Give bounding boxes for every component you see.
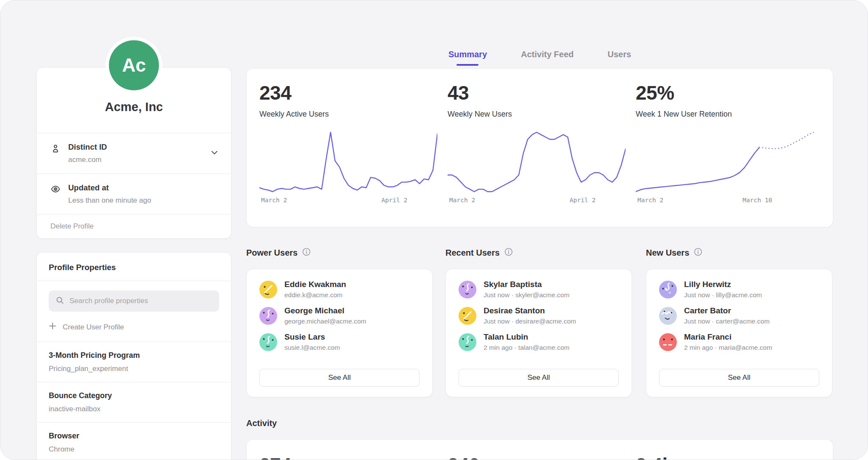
app-frame: Ac Acme, Inc Distinct ID acme.com — [0, 0, 868, 460]
property-item[interactable]: Browser Chrome — [37, 423, 231, 460]
see-all-button[interactable]: See All — [459, 369, 619, 387]
active-tab-underline — [456, 64, 479, 66]
user-row[interactable]: Eddie Kwakman eddie.k@acme.com — [259, 280, 420, 299]
activity-card: 274 240 3.4k — [246, 439, 833, 460]
power-users-header: Power Users — [246, 248, 311, 258]
property-name: Browser — [49, 432, 219, 440]
user-avatar — [459, 333, 476, 351]
user-name: Susie Lars — [284, 332, 340, 342]
user-subtext: Just now · skyler@acme.com — [484, 291, 570, 299]
recent-users-header: Recent Users — [445, 248, 513, 258]
search-input[interactable] — [70, 297, 212, 305]
updated-at-value: Less than one minute ago — [68, 196, 151, 205]
stat-label: Weekly New Users — [448, 110, 636, 119]
create-user-profile-label: Create User Profile — [63, 323, 124, 332]
user-avatar — [659, 281, 677, 298]
new-users-card: Lilly Herwitz Just now · lilly@acme.com … — [646, 269, 832, 397]
user-subtext: george.michael@acme.com — [284, 318, 366, 325]
weekly-active-users-chart — [259, 130, 437, 193]
stat-label: Week 1 New User Retention — [636, 110, 824, 119]
info-icon[interactable] — [694, 248, 702, 258]
distinct-id-value: acme.com — [68, 156, 107, 164]
user-row[interactable]: Lilly Herwitz Just now · lilly@acme.com — [659, 280, 819, 299]
user-subtext: Just now · carter@acme.com — [684, 318, 770, 325]
updated-at-row: Updated at Less than one minute ago — [37, 174, 231, 215]
profile-properties-search[interactable] — [49, 290, 219, 312]
user-row[interactable]: Talan Lubin 2 min ago · talan@acme.com — [459, 332, 619, 351]
distinct-id-row[interactable]: Distinct ID acme.com — [37, 133, 231, 174]
activity-section-title: Activity — [246, 418, 277, 428]
user-avatar — [259, 333, 277, 351]
property-value: Pricing_plan_experiment — [49, 365, 219, 373]
user-row[interactable]: Maria Franci 2 min ago · maria@acme.com — [659, 332, 819, 351]
user-name: Carter Bator — [684, 306, 770, 315]
user-row[interactable]: Carter Bator Just now · carter@acme.com — [659, 306, 819, 325]
delete-profile-button[interactable]: Delete Profile — [37, 215, 231, 238]
see-all-button[interactable]: See All — [259, 369, 420, 387]
create-user-profile-button[interactable]: Create User Profile — [49, 322, 219, 332]
stat-week1-retention: 25% Week 1 New User Retention March 2 Ma… — [636, 81, 824, 227]
user-name: Desirae Stanton — [484, 306, 576, 315]
tab-summary[interactable]: Summary — [448, 50, 487, 66]
user-name: Eddie Kwakman — [284, 280, 346, 289]
property-value: Chrome — [49, 445, 219, 454]
chart-x-axis: March 2 April 2 — [448, 197, 636, 206]
plus-icon — [49, 322, 56, 332]
activity-stat-value: 3.4k — [636, 454, 824, 460]
user-name: Maria Franci — [684, 332, 772, 342]
new-users-header: New Users — [646, 248, 702, 258]
user-row[interactable]: George Michael george.michael@acme.com — [259, 306, 420, 325]
info-icon[interactable] — [504, 248, 513, 258]
user-name: George Michael — [284, 306, 366, 315]
user-subtext: 2 min ago · maria@acme.com — [684, 344, 772, 351]
property-name: 3-Month Pricing Program — [49, 351, 219, 360]
profile-properties-title: Profile Properties — [37, 253, 231, 281]
recent-users-card: Skylar Baptista Just now · skyler@acme.c… — [445, 269, 632, 397]
company-avatar: Ac — [106, 37, 162, 94]
stat-weekly-new-users: 43 Weekly New Users March 2 April 2 — [448, 81, 636, 227]
property-name: Bounce Category — [49, 391, 219, 400]
info-icon[interactable] — [302, 248, 311, 258]
property-item[interactable]: Bounce Category inactive-mailbox — [37, 382, 231, 423]
person-icon — [50, 142, 61, 155]
activity-stat-value: 274 — [259, 454, 448, 460]
user-name: Lilly Herwitz — [684, 280, 762, 289]
tab-bar: Summary Activity Feed Users — [246, 50, 833, 66]
user-avatar — [259, 307, 277, 325]
property-item[interactable]: 3-Month Pricing Program Pricing_plan_exp… — [37, 342, 231, 382]
user-subtext: Just now · lilly@acme.com — [684, 291, 762, 299]
see-all-button[interactable]: See All — [659, 369, 819, 387]
user-avatar — [459, 307, 476, 325]
user-avatar — [659, 333, 677, 351]
user-subtext: 2 min ago · talan@acme.com — [484, 344, 570, 351]
distinct-id-label: Distinct ID — [68, 142, 107, 152]
stat-value: 234 — [259, 81, 448, 104]
stat-value: 43 — [448, 81, 636, 104]
tab-users[interactable]: Users — [608, 50, 632, 66]
chart-x-axis: March 2 April 2 — [259, 197, 448, 206]
user-row[interactable]: Susie Lars susie.l@acme.com — [259, 332, 420, 351]
user-row[interactable]: Skylar Baptista Just now · skyler@acme.c… — [459, 280, 619, 299]
user-subtext: eddie.k@acme.com — [284, 291, 346, 299]
search-icon — [56, 296, 64, 307]
power-users-card: Eddie Kwakman eddie.k@acme.com George Mi… — [246, 269, 433, 397]
user-name: Skylar Baptista — [484, 280, 570, 289]
property-value: inactive-mailbox — [49, 405, 219, 413]
updated-at-label: Updated at — [68, 183, 151, 192]
user-avatar — [259, 281, 277, 298]
user-row[interactable]: Desirae Stanton Just now · desirare@acme… — [459, 306, 619, 325]
user-name: Talan Lubin — [484, 332, 570, 342]
user-avatar — [659, 307, 677, 325]
chart-x-axis: March 2 March 10 — [636, 197, 824, 206]
week1-retention-chart — [636, 130, 814, 193]
profile-properties-card: Profile Properties Create User Profile 3… — [36, 252, 231, 460]
stat-value: 25% — [636, 81, 824, 104]
user-subtext: susie.l@acme.com — [284, 344, 340, 351]
eye-icon — [50, 183, 61, 196]
company-avatar-initials: Ac — [109, 40, 159, 90]
user-subtext: Just now · desirare@acme.com — [484, 318, 576, 325]
stat-label: Weekly Active Users — [259, 110, 448, 119]
tab-activity-feed[interactable]: Activity Feed — [521, 50, 573, 66]
user-avatar — [459, 281, 476, 298]
chevron-down-icon[interactable] — [210, 148, 219, 159]
